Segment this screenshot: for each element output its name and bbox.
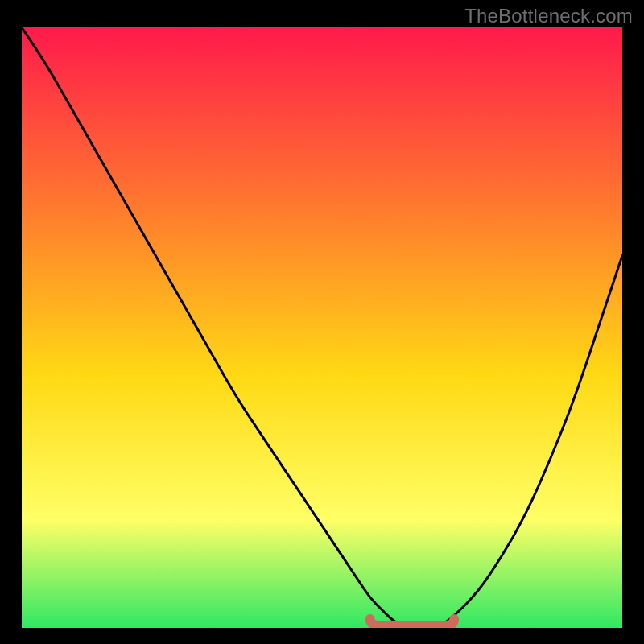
chart-frame: TheBottleneck.com — [0, 0, 644, 644]
watermark-label: TheBottleneck.com — [464, 5, 633, 27]
plot-area — [22, 27, 622, 628]
gradient-background — [22, 27, 622, 628]
bottleneck-curve-chart — [22, 27, 622, 628]
